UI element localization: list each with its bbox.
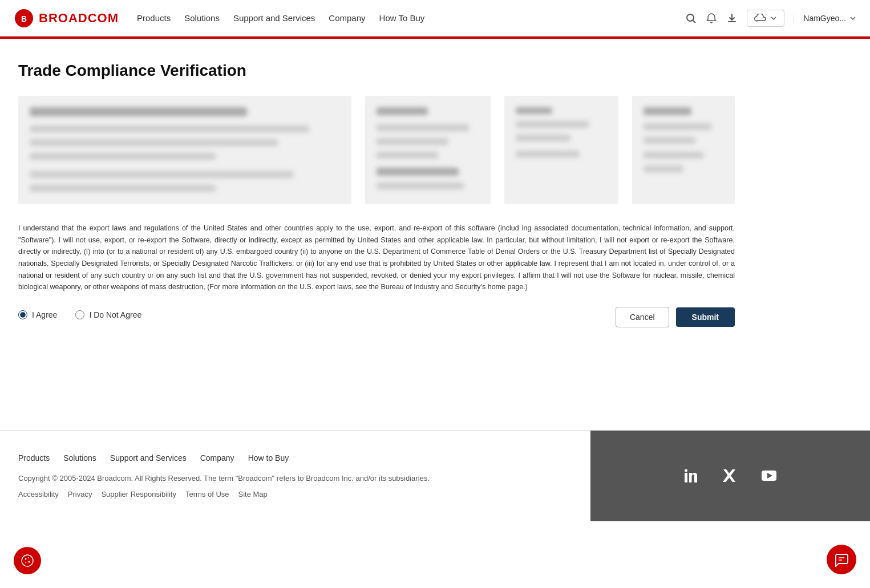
svg-text:B: B xyxy=(21,14,27,23)
radio-disagree[interactable] xyxy=(75,310,84,319)
radio-disagree-text: I Do Not Agree xyxy=(89,310,141,319)
footer-copyright: Copyright © 2005-2024 Broadcom. All Righ… xyxy=(18,474,572,482)
twitter-icon[interactable] xyxy=(720,465,740,486)
agreement-text: I understand that the export laws and re… xyxy=(18,222,735,293)
navbar-left: B BROADCOM Products Solutions Support an… xyxy=(14,8,424,29)
main-content: Trade Compliance Verification xyxy=(0,39,753,362)
footer-legal: Accessibility Privacy Supplier Responsib… xyxy=(18,489,572,498)
radio-disagree-label[interactable]: I Do Not Agree xyxy=(75,310,141,319)
svg-rect-4 xyxy=(685,473,687,482)
user-name: NamGyeo... xyxy=(803,14,846,23)
nav-item-solutions[interactable]: Solutions xyxy=(184,13,220,23)
blurred-box-2 xyxy=(365,96,491,204)
user-menu-button[interactable]: NamGyeo... xyxy=(794,14,856,23)
nav-link-products[interactable]: Products xyxy=(137,13,171,23)
linkedin-icon[interactable] xyxy=(681,465,702,486)
notifications-button[interactable] xyxy=(706,13,717,24)
search-icon xyxy=(685,13,697,24)
footer-main: Products Solutions Support and Services … xyxy=(0,431,870,521)
footer-legal-supplier[interactable]: Supplier Responsibility xyxy=(101,489,176,498)
footer-nav: Products Solutions Support and Services … xyxy=(18,453,572,463)
search-button[interactable] xyxy=(685,13,697,24)
download-button[interactable] xyxy=(726,13,738,24)
nav-link-solutions[interactable]: Solutions xyxy=(184,13,220,23)
nav-link-how-to-buy[interactable]: How To Buy xyxy=(379,13,425,23)
cloud-icon xyxy=(754,14,767,23)
footer-social-section xyxy=(590,431,870,521)
footer: Products Solutions Support and Services … xyxy=(0,430,870,521)
footer-links-section: Products Solutions Support and Services … xyxy=(0,431,590,521)
footer-nav-solutions[interactable]: Solutions xyxy=(63,453,96,463)
user-chevron-icon xyxy=(849,15,856,22)
chevron-down-icon xyxy=(770,15,777,22)
action-row: I Agree I Do Not Agree Cancel Submit xyxy=(18,307,735,327)
blurred-preview-area xyxy=(18,96,735,204)
footer-legal-terms[interactable]: Terms of Use xyxy=(185,489,229,498)
footer-nav-support[interactable]: Support and Services xyxy=(110,453,187,463)
footer-nav-products[interactable]: Products xyxy=(18,453,50,463)
logo[interactable]: B BROADCOM xyxy=(14,8,119,29)
svg-line-3 xyxy=(693,20,696,23)
footer-legal-sitemap[interactable]: Site Map xyxy=(238,489,268,498)
nav-link-support[interactable]: Support and Services xyxy=(233,13,315,23)
cancel-button[interactable]: Cancel xyxy=(616,307,669,327)
youtube-icon[interactable] xyxy=(759,465,779,486)
bell-icon xyxy=(706,13,717,24)
navbar: B BROADCOM Products Solutions Support an… xyxy=(0,0,870,37)
radio-agree-label[interactable]: I Agree xyxy=(18,310,57,319)
logo-text: BROADCOM xyxy=(39,11,119,26)
page-title: Trade Compliance Verification xyxy=(18,62,735,80)
navbar-right: NamGyeo... xyxy=(685,10,856,27)
radio-agree[interactable] xyxy=(18,310,27,319)
nav-item-products[interactable]: Products xyxy=(137,13,171,23)
submit-button[interactable]: Submit xyxy=(676,307,735,327)
svg-point-2 xyxy=(687,14,694,21)
radio-group: I Agree I Do Not Agree xyxy=(18,310,141,319)
nav-link-company[interactable]: Company xyxy=(329,13,365,23)
nav-links: Products Solutions Support and Services … xyxy=(137,13,424,23)
nav-item-company[interactable]: Company xyxy=(329,13,365,23)
cloud-selector-button[interactable] xyxy=(747,10,784,27)
footer-legal-privacy[interactable]: Privacy xyxy=(68,489,92,498)
download-icon xyxy=(726,13,738,24)
blurred-box-1 xyxy=(18,96,351,204)
footer-nav-how-to-buy[interactable]: How to Buy xyxy=(248,453,289,463)
footer-nav-company[interactable]: Company xyxy=(200,453,234,463)
radio-agree-text: I Agree xyxy=(32,310,57,319)
nav-item-how-to-buy[interactable]: How To Buy xyxy=(379,13,425,23)
footer-legal-accessibility[interactable]: Accessibility xyxy=(18,489,59,498)
button-group: Cancel Submit xyxy=(616,307,735,327)
svg-point-5 xyxy=(685,469,687,472)
nav-item-support[interactable]: Support and Services xyxy=(233,13,315,23)
blurred-box-3 xyxy=(504,96,618,204)
broadcom-logo-icon: B xyxy=(14,8,34,29)
blurred-box-4 xyxy=(632,96,735,204)
